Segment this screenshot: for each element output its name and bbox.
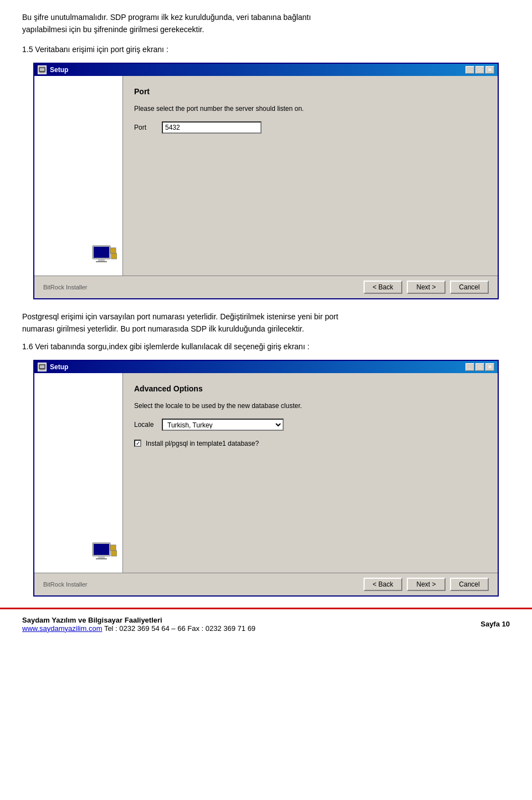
footer-left: Saydam Yazılım ve Bilgisayar Faaliyetler… (22, 616, 255, 633)
back-button-port[interactable]: < Back (364, 281, 402, 294)
minimize-button[interactable]: _ (466, 66, 474, 74)
setup-dialog-advanced: Setup _ □ ✕ (33, 360, 499, 597)
dialog-body-port: Port Please select the port number the s… (34, 76, 498, 276)
svg-rect-14 (98, 556, 105, 558)
svg-rect-5 (98, 259, 105, 261)
dialog-footer-advanced: BitRock Installer < Back Next > Cancel (34, 573, 498, 595)
next-button-port[interactable]: Next > (407, 281, 446, 294)
para1: Postgresql erişimi için varsayılan port … (22, 310, 510, 335)
svg-rect-0 (39, 68, 45, 72)
dialog-section-title-advanced: Advanced Options (134, 384, 487, 393)
close-button-advanced[interactable]: ✕ (485, 363, 494, 371)
port-label: Port (134, 124, 156, 131)
dialog-section-title-port: Port (134, 87, 487, 96)
dialog-left-panel-advanced (34, 373, 123, 573)
locale-form-row: Locale Turkish, Turkey (134, 419, 487, 431)
titlebar-controls-advanced[interactable]: _ □ ✕ (466, 363, 494, 371)
section1-heading: 1.5 Veritabanı erişimi için port giriş e… (22, 45, 510, 54)
footer-contact-row: www.saydamyazilim.com Tel : 0232 369 54 … (22, 624, 255, 633)
install-pgsql-checkbox[interactable]: ✓ (134, 440, 141, 447)
svg-rect-9 (39, 365, 45, 369)
footer-brand-advanced: BitRock Installer (43, 581, 359, 588)
dialog-app-icon (38, 65, 47, 74)
setup-dialog-port: Setup _ □ ✕ (33, 63, 499, 299)
cancel-button-port[interactable]: Cancel (450, 281, 489, 294)
dialog-titlebar-port: Setup _ □ ✕ (34, 64, 498, 76)
dialog-titlebar-advanced: Setup _ □ ✕ (34, 361, 498, 373)
footer-brand-port: BitRock Installer (43, 284, 359, 291)
svg-rect-10 (40, 369, 44, 369)
section2-heading: 1.6 Veri tabanında sorgu,index gibi işle… (22, 342, 510, 351)
svg-rect-17 (111, 551, 117, 556)
dialog-description-port: Please select the port number the server… (134, 105, 487, 113)
dialog-main-port: Port Please select the port number the s… (123, 76, 498, 276)
minimize-button-advanced[interactable]: _ (466, 363, 474, 371)
dialog-app-icon-advanced (38, 363, 47, 371)
page-footer: Saydam Yazılım ve Bilgisayar Faaliyetler… (0, 608, 532, 639)
dialog-body-advanced: Advanced Options Select the locale to be… (34, 373, 498, 573)
dialog-title-advanced: Setup (50, 363, 68, 371)
footer-company: Saydam Yazılım ve Bilgisayar Faaliyetler… (22, 616, 255, 624)
maximize-button[interactable]: □ (475, 66, 484, 74)
titlebar-left-advanced: Setup (38, 363, 68, 371)
checkbox-label: Install pl/pgsql in template1 database? (146, 440, 259, 447)
intro-paragraph: Bu şifre unutulmamalıdır. SDP programı i… (22, 11, 510, 36)
dialog-main-advanced: Advanced Options Select the locale to be… (123, 373, 498, 573)
close-button[interactable]: ✕ (485, 66, 494, 74)
page-content: Bu şifre unutulmamalıdır. SDP programı i… (0, 0, 532, 597)
svg-rect-11 (40, 369, 44, 370)
checkbox-row: ✓ Install pl/pgsql in template1 database… (134, 440, 487, 447)
svg-rect-16 (110, 545, 116, 551)
dialog-title-port: Setup (50, 66, 68, 74)
svg-rect-6 (96, 261, 107, 262)
svg-rect-8 (111, 253, 117, 259)
locale-select[interactable]: Turkish, Turkey (162, 419, 284, 431)
back-button-advanced[interactable]: < Back (364, 578, 402, 591)
locale-label: Locale (134, 421, 156, 429)
svg-rect-2 (40, 72, 44, 73)
titlebar-controls[interactable]: _ □ ✕ (466, 66, 494, 74)
svg-rect-15 (96, 558, 107, 559)
svg-rect-4 (94, 247, 109, 258)
port-form-row: Port (134, 121, 487, 134)
footer-website-link[interactable]: www.saydamyazilim.com (22, 624, 102, 633)
port-input[interactable] (162, 121, 262, 134)
dialog-description-advanced: Select the locale to be used by the new … (134, 402, 487, 410)
computer-icon-advanced (90, 541, 117, 567)
footer-page-number: Sayfa 10 (480, 620, 510, 628)
svg-rect-13 (94, 544, 109, 555)
dialog-left-panel (34, 76, 123, 276)
next-button-advanced[interactable]: Next > (407, 578, 446, 591)
footer-contact: Tel : 0232 369 54 64 – 66 Fax : 0232 369… (104, 624, 255, 633)
svg-rect-7 (110, 248, 116, 253)
cancel-button-advanced[interactable]: Cancel (450, 578, 489, 591)
svg-rect-1 (40, 72, 44, 72)
maximize-button-advanced[interactable]: □ (475, 363, 484, 371)
computer-icon (90, 243, 117, 270)
dialog-footer-port: BitRock Installer < Back Next > Cancel (34, 276, 498, 298)
titlebar-left: Setup (38, 65, 68, 74)
